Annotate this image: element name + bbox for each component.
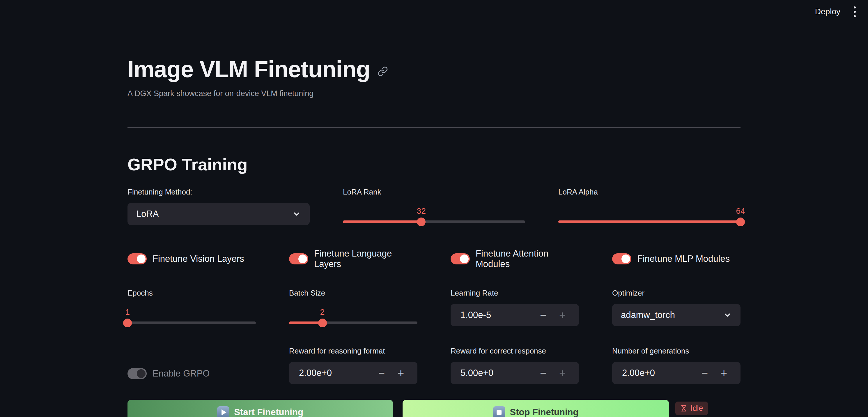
finetuning-method-label: Finetuning Method: (127, 187, 310, 197)
lora-rank-slider-thumb[interactable] (417, 217, 426, 226)
generations-decrement-button[interactable]: − (695, 362, 714, 384)
start-finetuning-label: Start Finetuning (234, 407, 303, 417)
epochs-label: Epochs (127, 289, 256, 298)
lora-rank-label: LoRA Rank (343, 187, 525, 197)
reward-correct-input[interactable]: 5.00e+0 − + (451, 362, 579, 384)
finetune-mlp-label: Finetune MLP Modules (637, 254, 730, 264)
generations-label: Number of generations (612, 347, 741, 356)
lora-rank-slider[interactable] (343, 220, 525, 223)
enable-grpo-toggle[interactable] (127, 368, 147, 379)
batch-size-field: Batch Size 2 (289, 289, 417, 330)
stop-finetuning-label: Stop Finetuning (510, 407, 579, 417)
finetuning-method-dropdown[interactable]: LoRA (127, 203, 310, 225)
lora-rank-value: 32 (417, 206, 426, 216)
finetune-attention-toggle-item: Finetune Attention Modules (451, 248, 579, 269)
optimizer-value: adamw_torch (621, 310, 675, 320)
batch-size-label: Batch Size (289, 289, 417, 298)
reward-correct-label: Reward for correct response (451, 347, 579, 356)
status-text: Idle (690, 404, 703, 413)
finetune-language-toggle[interactable] (289, 254, 308, 264)
hourglass-icon (680, 405, 687, 412)
generations-value[interactable]: 2.00e+0 (622, 368, 695, 378)
start-finetuning-button[interactable]: Start Finetuning (127, 400, 393, 417)
batch-size-slider[interactable] (289, 322, 417, 324)
lora-alpha-slider-thumb[interactable] (736, 217, 745, 226)
batch-size-value: 2 (320, 307, 325, 317)
epochs-field: Epochs 1 (127, 289, 256, 330)
optimizer-label: Optimizer (612, 289, 741, 298)
page-subtitle: A DGX Spark showcase for on-device VLM f… (127, 89, 741, 98)
finetune-mlp-toggle-item: Finetune MLP Modules (612, 248, 741, 269)
epochs-value: 1 (125, 307, 130, 317)
optimizer-field: Optimizer adamw_torch (612, 289, 741, 330)
lora-rank-field: LoRA Rank 32 (343, 187, 525, 229)
stop-finetuning-button[interactable]: Stop Finetuning (403, 400, 669, 417)
lora-alpha-value: 64 (736, 206, 745, 216)
divider (127, 127, 741, 128)
page-title: Image VLM Finetuning (127, 56, 370, 83)
reward-format-value[interactable]: 2.00e+0 (299, 368, 372, 378)
finetune-vision-label: Finetune Vision Layers (153, 254, 244, 264)
reward-format-decrement-button[interactable]: − (372, 362, 391, 384)
learning-rate-field: Learning Rate 1.00e-5 − + (451, 289, 579, 330)
epochs-slider-thumb[interactable] (123, 319, 132, 327)
learning-rate-increment-button[interactable]: + (553, 304, 572, 326)
reward-correct-value[interactable]: 5.00e+0 (461, 368, 533, 378)
reward-format-input[interactable]: 2.00e+0 − + (289, 362, 417, 384)
status-badge: Idle (675, 401, 708, 415)
generations-increment-button[interactable]: + (714, 362, 734, 384)
enable-grpo-label: Enable GRPO (153, 368, 210, 379)
reward-format-label: Reward for reasoning format (289, 347, 417, 356)
reward-format-increment-button[interactable]: + (391, 362, 410, 384)
optimizer-dropdown[interactable]: adamw_torch (612, 304, 741, 326)
stop-icon (493, 406, 505, 417)
link-icon[interactable] (377, 66, 388, 77)
deploy-button[interactable]: Deploy (815, 7, 840, 16)
main-content: Image VLM Finetuning A DGX Spark showcas… (127, 56, 741, 417)
chevron-down-icon (723, 311, 732, 320)
lora-alpha-label: LoRA Alpha (558, 187, 741, 197)
finetune-attention-toggle[interactable] (451, 254, 470, 264)
learning-rate-value[interactable]: 1.00e-5 (461, 310, 533, 320)
learning-rate-input[interactable]: 1.00e-5 − + (451, 304, 579, 326)
enable-grpo-toggle-item: Enable GRPO (127, 363, 256, 384)
section-heading: GRPO Training (127, 155, 741, 174)
batch-size-slider-thumb[interactable] (318, 319, 327, 327)
reward-correct-decrement-button[interactable]: − (533, 362, 553, 384)
epochs-slider[interactable] (127, 322, 256, 324)
finetune-attention-label: Finetune Attention Modules (476, 248, 579, 269)
lora-alpha-field: LoRA Alpha 64 (558, 187, 741, 229)
top-bar: Deploy (0, 0, 868, 23)
finetune-mlp-toggle[interactable] (612, 254, 631, 264)
finetune-vision-toggle-item: Finetune Vision Layers (127, 248, 256, 269)
play-icon (217, 406, 229, 417)
lora-alpha-slider[interactable] (558, 220, 741, 223)
learning-rate-decrement-button[interactable]: − (533, 304, 553, 326)
finetune-vision-toggle[interactable] (127, 254, 147, 264)
finetune-language-label: Finetune Language Layers (314, 248, 417, 269)
finetune-language-toggle-item: Finetune Language Layers (289, 248, 417, 269)
generations-field: Number of generations 2.00e+0 − + (612, 347, 741, 384)
learning-rate-label: Learning Rate (451, 289, 579, 298)
reward-correct-field: Reward for correct response 5.00e+0 − + (451, 347, 579, 384)
finetuning-method-field: Finetuning Method: LoRA (127, 187, 310, 229)
reward-correct-increment-button[interactable]: + (553, 362, 572, 384)
kebab-menu-icon[interactable] (852, 5, 858, 19)
finetuning-method-value: LoRA (136, 209, 159, 219)
generations-input[interactable]: 2.00e+0 − + (612, 362, 741, 384)
reward-format-field: Reward for reasoning format 2.00e+0 − + (289, 347, 417, 384)
chevron-down-icon (292, 210, 301, 218)
